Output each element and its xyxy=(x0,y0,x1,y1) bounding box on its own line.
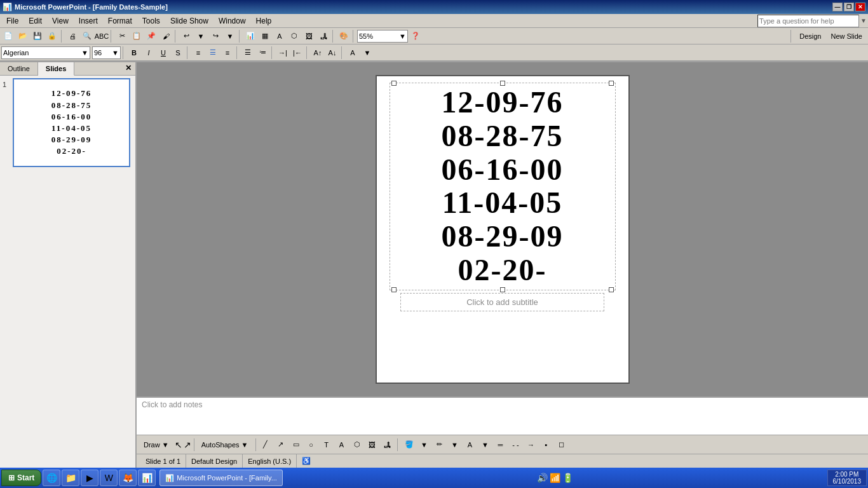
slide-canvas[interactable]: 12-09-76 08-28-75 06-16-00 11-04-05 08-2… xyxy=(376,75,630,384)
font-dropdown[interactable]: Algerian ▼ xyxy=(1,46,90,59)
shadow-btn2[interactable]: ▪ xyxy=(539,438,553,452)
help-dropdown-icon[interactable]: ▼ xyxy=(860,17,867,24)
copy-btn[interactable]: 📋 xyxy=(130,29,144,43)
word-icon[interactable]: W xyxy=(100,470,118,486)
insert-wordart-btn[interactable]: A xyxy=(273,29,287,43)
3d-btn[interactable]: ◻ xyxy=(555,438,569,452)
insert-diagram-btn[interactable]: ⬡ xyxy=(287,29,301,43)
powerpoint-tray-icon[interactable]: 📊 xyxy=(138,470,156,486)
color-scheme-btn[interactable]: 🎨 xyxy=(337,29,351,43)
oval-tool[interactable]: ○ xyxy=(304,438,318,452)
subtitle-placeholder[interactable]: Click to add subtitle xyxy=(400,293,604,311)
media-player-icon[interactable]: ▶ xyxy=(81,470,98,486)
close-button[interactable]: ✕ xyxy=(855,3,865,11)
picture-tool[interactable]: 🏞 xyxy=(381,438,395,452)
help-btn[interactable]: ❓ xyxy=(409,29,423,43)
redo-dropdown[interactable]: ▼ xyxy=(223,29,237,43)
insert-clip-btn[interactable]: 🖼 xyxy=(302,29,316,43)
thumb-date-4: 11-04-05 xyxy=(51,123,92,134)
wordart-tool[interactable]: A xyxy=(335,438,349,452)
insert-chart-btn[interactable]: 📊 xyxy=(243,29,257,43)
ie-icon[interactable]: 🌐 xyxy=(43,470,60,486)
italic-btn[interactable]: I xyxy=(142,46,156,60)
font-color-dropdown[interactable]: ▼ xyxy=(360,46,374,60)
increase-indent-btn[interactable]: →| xyxy=(276,46,290,60)
decrease-font-btn[interactable]: A↓ xyxy=(325,46,339,60)
minimize-button[interactable]: — xyxy=(832,3,843,11)
undo-dropdown[interactable]: ▼ xyxy=(194,29,208,43)
arrow-style-btn[interactable]: → xyxy=(524,438,538,452)
textbox-tool[interactable]: T xyxy=(320,438,334,452)
insert-table-btn[interactable]: ▦ xyxy=(258,29,272,43)
permission-btn[interactable]: 🔒 xyxy=(45,29,59,43)
menu-edit[interactable]: Edit xyxy=(24,14,47,27)
line-color-dropdown[interactable]: ▼ xyxy=(448,438,462,452)
numbering-btn[interactable]: ≔ xyxy=(255,46,269,60)
cut-btn[interactable]: ✂ xyxy=(115,29,129,43)
bullets-btn[interactable]: ☰ xyxy=(241,46,255,60)
increase-font-btn[interactable]: A↑ xyxy=(311,46,325,60)
shadow-btn[interactable]: S xyxy=(171,46,185,60)
main-date-1: 12-09-76 xyxy=(391,86,614,119)
redo-btn[interactable]: ↪ xyxy=(208,29,222,43)
fill-color-btn[interactable]: 🪣 xyxy=(402,438,416,452)
save-btn[interactable]: 💾 xyxy=(31,29,44,43)
align-left-btn[interactable]: ≡ xyxy=(191,46,205,60)
undo-btn[interactable]: ↩ xyxy=(179,29,193,43)
new-btn[interactable]: 📄 xyxy=(1,29,15,43)
bold-btn[interactable]: B xyxy=(127,46,141,60)
line-color-btn[interactable]: ✏ xyxy=(433,438,447,452)
help-search-input[interactable] xyxy=(757,15,859,27)
menu-format[interactable]: Format xyxy=(103,14,137,27)
slide-thumbnail-1[interactable]: 12-09-76 08-28-75 06-16-00 11-04-05 08-2… xyxy=(13,78,130,167)
restore-button[interactable]: ❐ xyxy=(844,3,854,11)
font-color-dropdown2[interactable]: ▼ xyxy=(478,438,492,452)
autoshapes-btn[interactable]: AutoShapes ▼ xyxy=(197,439,253,451)
dash-style-btn[interactable]: - - xyxy=(509,438,523,452)
spell-btn[interactable]: ABC xyxy=(95,29,109,43)
explorer-icon[interactable]: 📁 xyxy=(62,470,79,486)
handle-tr xyxy=(609,81,614,86)
font-color-btn[interactable]: A xyxy=(346,46,360,60)
draw-dropdown-btn[interactable]: Draw ▼ xyxy=(139,439,173,451)
notes-area[interactable]: Click to add notes xyxy=(137,396,868,435)
menu-slideshow[interactable]: Slide Show xyxy=(165,14,214,27)
main-date-6: 02-20- xyxy=(391,254,614,287)
menu-insert[interactable]: Insert xyxy=(74,14,103,27)
start-button[interactable]: ⊞ Start xyxy=(1,470,41,486)
menu-help[interactable]: Help xyxy=(251,14,277,27)
paste-btn[interactable]: 📌 xyxy=(144,29,158,43)
align-right-btn[interactable]: ≡ xyxy=(220,46,234,60)
tab-outline[interactable]: Outline xyxy=(0,62,38,75)
tab-slides[interactable]: Slides xyxy=(38,62,74,76)
menu-tools[interactable]: Tools xyxy=(137,14,165,27)
menu-file[interactable]: File xyxy=(1,14,24,27)
diagram-tool[interactable]: ⬡ xyxy=(350,438,364,452)
line-tool[interactable]: ╱ xyxy=(259,438,273,452)
print-btn[interactable]: 🖨 xyxy=(65,29,79,43)
format-painter-btn[interactable]: 🖌 xyxy=(159,29,173,43)
new-slide-btn[interactable]: New Slide xyxy=(826,29,867,43)
clipart-tool[interactable]: 🖼 xyxy=(365,438,379,452)
handle-tc xyxy=(500,81,505,86)
arrow-tool[interactable]: ↗ xyxy=(274,438,288,452)
font-color-btn2[interactable]: A xyxy=(463,438,477,452)
zoom-dropdown[interactable]: 55% ▼ xyxy=(357,30,408,43)
fill-dropdown[interactable]: ▼ xyxy=(417,438,431,452)
preview-btn[interactable]: 🔍 xyxy=(80,29,94,43)
decrease-indent-btn[interactable]: |← xyxy=(290,46,304,60)
fontsize-dropdown[interactable]: 96 ▼ xyxy=(92,46,121,59)
insert-picture-btn[interactable]: 🏞 xyxy=(316,29,330,43)
menu-view[interactable]: View xyxy=(47,14,74,27)
align-center-btn[interactable]: ☰ xyxy=(206,46,220,60)
title-text-box[interactable]: 12-09-76 08-28-75 06-16-00 11-04-05 08-2… xyxy=(390,83,616,290)
open-btn[interactable]: 📂 xyxy=(16,29,30,43)
rect-tool[interactable]: ▭ xyxy=(289,438,303,452)
line-style-btn[interactable]: ═ xyxy=(494,438,508,452)
menu-window[interactable]: Window xyxy=(214,14,251,27)
underline-btn[interactable]: U xyxy=(156,46,170,60)
firefox-icon[interactable]: 🦊 xyxy=(119,470,137,486)
design-btn[interactable]: Design xyxy=(795,29,825,43)
close-panel-btn[interactable]: ✕ xyxy=(121,62,135,75)
active-app-btn[interactable]: 📊 Microsoft PowerPoint - [Family... xyxy=(159,470,283,486)
